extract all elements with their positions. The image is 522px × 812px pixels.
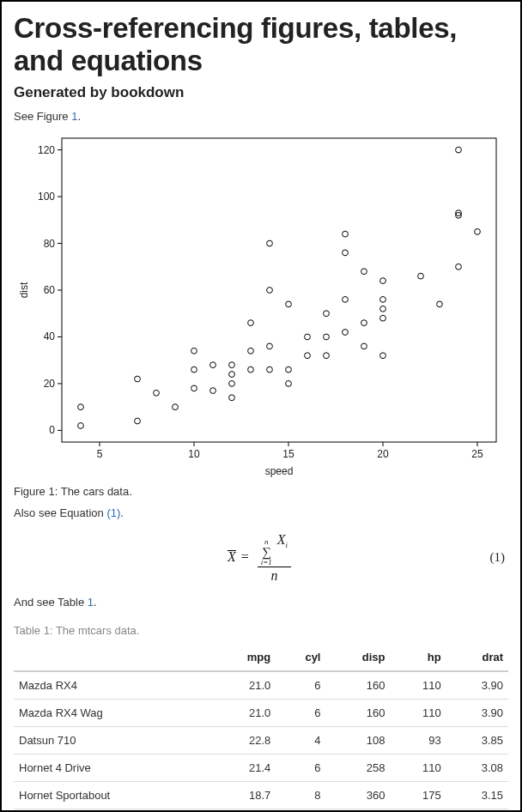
table-header-cell: disp (325, 644, 390, 671)
table-header-cell: cyl (276, 644, 325, 671)
equation-ref-link[interactable]: (1) (106, 506, 120, 519)
table-cell: 6 (276, 700, 325, 727)
table-ref-link[interactable]: 1 (88, 596, 94, 609)
table-cell: 3.90 (446, 700, 508, 727)
svg-text:120: 120 (38, 143, 55, 155)
svg-point-53 (305, 334, 311, 340)
svg-point-31 (154, 390, 160, 396)
svg-point-46 (267, 343, 273, 349)
eq-num-sub: i (286, 541, 288, 549)
table-cell: 175 (390, 782, 446, 809)
see-equation-prefix: Also see Equation (14, 506, 106, 519)
eq-denominator: n (267, 567, 281, 584)
equation-number: (1) (490, 550, 506, 565)
svg-point-61 (361, 343, 367, 349)
svg-point-64 (380, 353, 386, 359)
svg-point-41 (229, 362, 235, 368)
svg-point-43 (248, 348, 254, 354)
svg-point-60 (343, 231, 349, 237)
table-cell: Mazda RX4 (14, 671, 210, 700)
table-row: Hornet Sportabout18.783601753.15 (14, 782, 508, 809)
table-cell: 6 (276, 754, 325, 782)
table-row: Mazda RX4 Wag21.061601103.90 (14, 700, 508, 727)
table-cell: 21.4 (210, 754, 276, 782)
see-table-suffix: . (94, 596, 97, 609)
svg-point-35 (191, 348, 197, 354)
eq-numerator: n ∑ i=1 Xi (258, 531, 291, 567)
table-header-cell: hp (390, 644, 446, 671)
svg-text:20: 20 (44, 378, 56, 390)
svg-text:25: 25 (471, 448, 483, 460)
table-cell: 22.8 (210, 727, 276, 754)
see-figure-text: See Figure 1. (14, 110, 508, 123)
equation-body: X = n ∑ i=1 Xi n (228, 531, 294, 584)
svg-point-70 (437, 301, 443, 307)
see-figure-suffix: . (77, 110, 81, 123)
svg-point-45 (267, 367, 273, 373)
table-cell: 258 (325, 754, 390, 782)
svg-point-37 (210, 362, 216, 368)
svg-point-32 (173, 404, 179, 410)
svg-point-54 (324, 353, 330, 359)
table-cell: 110 (390, 754, 446, 782)
table-cell: 160 (325, 700, 390, 727)
see-figure-prefix: See Figure (14, 110, 71, 123)
svg-text:dist: dist (18, 282, 30, 298)
eq-equals: = (241, 549, 249, 565)
svg-point-29 (135, 418, 141, 424)
table-row: Datsun 71022.84108933.85 (14, 727, 508, 754)
svg-point-42 (248, 367, 254, 373)
table-caption: Table 1: The mtcars data. (14, 624, 508, 637)
table-cell: 3.15 (446, 782, 508, 809)
svg-text:speed: speed (265, 465, 294, 477)
table-row: Mazda RX421.061601103.90 (14, 671, 508, 700)
figure-caption-text: : The cars data. (55, 485, 132, 498)
table-header-cell (14, 644, 210, 671)
svg-point-50 (286, 367, 292, 373)
svg-point-56 (324, 311, 330, 317)
svg-point-40 (229, 372, 235, 378)
see-equation-suffix: . (120, 506, 124, 519)
table-cell: Mazda RX4 Wag (14, 700, 210, 727)
table-cell: 110 (390, 671, 446, 700)
svg-point-28 (78, 404, 84, 410)
eq-num-var: X (277, 532, 286, 547)
svg-point-33 (191, 385, 197, 391)
svg-text:15: 15 (282, 448, 294, 460)
svg-point-47 (267, 287, 273, 293)
svg-point-63 (361, 269, 367, 275)
svg-point-74 (456, 147, 462, 153)
page-subtitle: Generated by bookdown (14, 84, 508, 101)
table-row: Hornet 4 Drive21.462581103.08 (14, 754, 508, 782)
table-cell: Hornet Sportabout (14, 782, 210, 809)
table-header-cell: drat (446, 644, 508, 671)
svg-text:40: 40 (44, 330, 56, 342)
table-cell: 21.0 (210, 700, 276, 727)
svg-point-55 (324, 334, 330, 340)
table-cell: 18.7 (210, 782, 276, 809)
svg-point-27 (78, 422, 84, 428)
svg-text:100: 100 (38, 191, 55, 203)
svg-point-57 (343, 329, 349, 335)
svg-point-65 (380, 315, 386, 321)
eq-sum: n ∑ i=1 (261, 538, 272, 567)
svg-point-58 (343, 296, 349, 302)
eq-fraction: n ∑ i=1 Xi n (258, 531, 291, 584)
see-table-text: And see Table 1. (14, 596, 508, 609)
table-cell: 93 (390, 727, 446, 754)
svg-point-68 (380, 278, 386, 284)
svg-rect-0 (62, 138, 496, 442)
svg-point-48 (267, 240, 273, 246)
equation-display: X = n ∑ i=1 Xi n (1) (14, 531, 508, 584)
svg-text:20: 20 (377, 448, 389, 460)
table-caption-text: : The mtcars data. (50, 624, 140, 637)
see-table-prefix: And see Table (14, 596, 88, 609)
table-caption-label: Table 1 (14, 624, 50, 637)
svg-text:10: 10 (188, 448, 200, 460)
table-cell: 4 (276, 727, 325, 754)
table-cell: Hornet 4 Drive (14, 754, 210, 782)
svg-point-59 (343, 250, 349, 256)
svg-point-67 (380, 296, 386, 302)
svg-point-52 (305, 353, 311, 359)
page-title: Cross-referencing figures, tables, and e… (14, 12, 508, 77)
